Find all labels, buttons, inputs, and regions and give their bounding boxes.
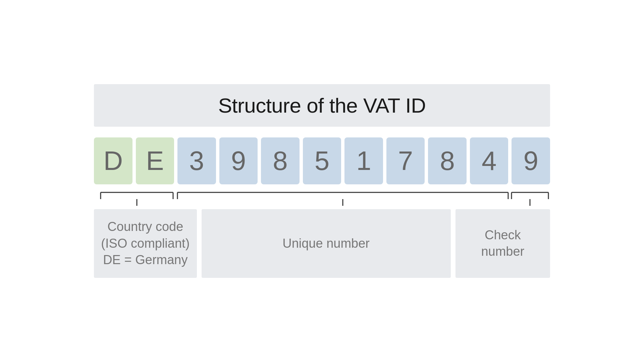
page-title: Structure of the VAT ID: [218, 94, 426, 117]
digit-cell-4: 8: [261, 137, 300, 184]
brackets-area: [94, 186, 550, 209]
digit-cell-9: 4: [470, 137, 508, 184]
digit-cell-8: 8: [428, 137, 467, 184]
digit-cell-1: E: [136, 137, 174, 184]
digit-cell-5: 5: [303, 137, 341, 184]
digit-cell-3: 9: [219, 137, 258, 184]
unique-number-label: Unique number: [202, 209, 451, 278]
title-box: Structure of the VAT ID: [94, 84, 550, 127]
digit-cell-10: 9: [512, 137, 550, 184]
digit-cell-0: D: [94, 137, 132, 184]
check-number-text: Check number: [462, 227, 543, 260]
country-code-label: Country code (ISO compliant)DE = Germany: [94, 209, 197, 278]
bracket-svg: [94, 186, 550, 209]
diagram-container: Structure of the VAT ID DE398517849: [94, 84, 550, 278]
labels-row: Country code (ISO compliant)DE = Germany…: [94, 209, 550, 278]
digit-cell-2: 3: [177, 137, 216, 184]
unique-number-text: Unique number: [282, 235, 370, 252]
country-code-text: Country code (ISO compliant)DE = Germany: [101, 219, 190, 268]
digits-row: DE398517849: [94, 137, 550, 184]
check-number-label: Check number: [455, 209, 550, 278]
digit-cell-7: 7: [386, 137, 425, 184]
digit-cell-6: 1: [344, 137, 383, 184]
